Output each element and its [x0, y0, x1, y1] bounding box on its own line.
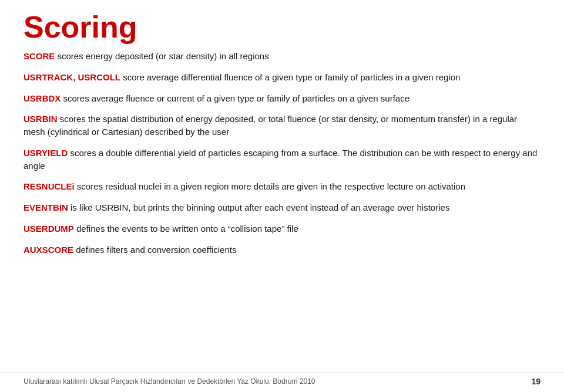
eventbin-keyword: EVENTBIN: [24, 202, 68, 212]
usryield-text: scores a double differential yield of pa…: [24, 148, 537, 171]
usrbdx-block: USRBDX scores average fluence or current…: [24, 92, 540, 105]
usrbdx-text: scores average fluence or current of a g…: [61, 93, 409, 103]
eventbin-block: EVENTBIN is like USRBIN, but prints the …: [24, 201, 540, 214]
page-container: Scoring SCORE scores energy deposited (o…: [0, 0, 564, 392]
usryield-block: USRYIELD scores a double differential yi…: [24, 147, 540, 173]
usrbdx-keyword: USRBDX: [24, 93, 61, 103]
resnuclei-keyword: RESNUCLEi: [24, 181, 75, 191]
score-keyword: SCORE: [24, 51, 55, 61]
footer-page: 19: [531, 377, 540, 386]
usryield-keyword: USRYIELD: [24, 148, 68, 158]
score-text: scores energy deposited (or star density…: [55, 51, 268, 61]
content-area: SCORE scores energy deposited (or star d…: [24, 50, 540, 256]
usrbin-text: scores the spatial distribution of energ…: [24, 114, 517, 137]
usrtrack-block: USRTRACK, USRCOLL score average differen…: [24, 71, 540, 84]
auxscore-text: defines filters and conversion coefficie…: [73, 245, 236, 255]
resnuclei-block: RESNUCLEi scores residual nuclei in a gi…: [24, 180, 540, 193]
userdump-block: USERDUMP defines the events to be writte…: [24, 222, 540, 235]
usrtrack-keyword: USRTRACK, USRCOLL: [24, 72, 120, 82]
footer-text: Uluslararası katılımlı Ulusal Parçacık H…: [24, 377, 315, 386]
usrbin-block: USRBIN scores the spatial distribution o…: [24, 113, 540, 138]
resnuclei-text: scores residual nuclei in a given region…: [75, 181, 465, 191]
page-title: Scoring: [24, 11, 540, 44]
usrtrack-text: score average differential fluence of a …: [120, 72, 460, 82]
auxscore-block: AUXSCORE defines filters and conversion …: [24, 244, 540, 256]
userdump-keyword: USERDUMP: [24, 224, 74, 234]
footer: Uluslararası katılımlı Ulusal Parçacık H…: [0, 373, 564, 386]
eventbin-text: is like USRBIN, but prints the binning o…: [68, 202, 450, 212]
score-block: SCORE scores energy deposited (or star d…: [24, 50, 540, 63]
auxscore-keyword: AUXSCORE: [24, 245, 73, 255]
usrbin-keyword: USRBIN: [24, 114, 58, 124]
userdump-text: defines the events to be written onto a …: [74, 224, 298, 234]
